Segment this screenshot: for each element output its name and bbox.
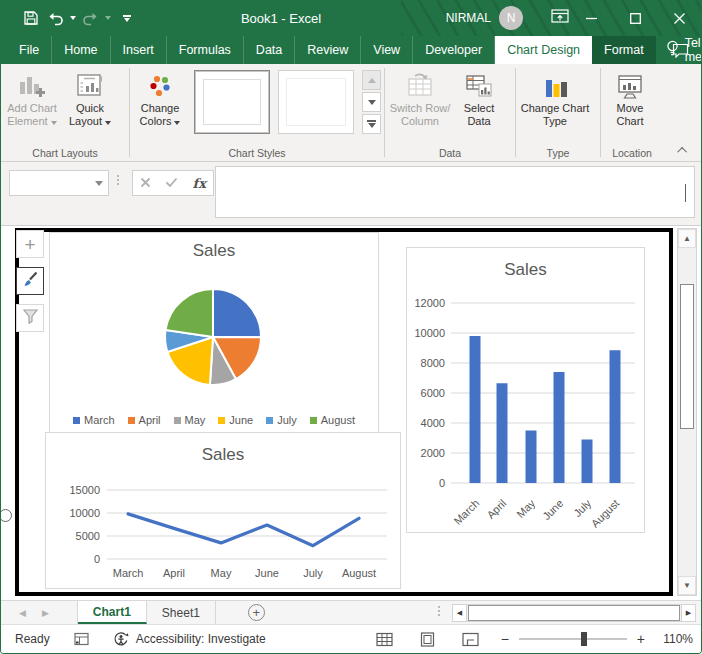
legend-item-june[interactable]: June (218, 414, 253, 426)
chart-styles-button[interactable] (16, 267, 44, 295)
tab-view[interactable]: View (361, 36, 413, 64)
maximize-button[interactable] (613, 0, 657, 36)
close-button[interactable] (657, 0, 701, 36)
tab-file[interactable]: File (7, 36, 52, 64)
avatar[interactable]: N (499, 6, 523, 30)
tab-data[interactable]: Data (244, 36, 295, 64)
collapse-ribbon-button[interactable] (675, 143, 691, 157)
change-chart-type-icon (542, 70, 568, 102)
scroll-right-button[interactable]: ▶ (681, 605, 695, 621)
accessibility-icon[interactable] (113, 632, 129, 647)
vertical-scrollbar[interactable]: ▲ ▼ (677, 228, 697, 596)
change-chart-type-button[interactable]: Change Chart Type (518, 67, 592, 128)
sales-line-series[interactable] (128, 514, 359, 546)
pie-plot[interactable] (50, 233, 378, 432)
legend-item-march[interactable]: March (73, 414, 115, 426)
zoom-in-button[interactable]: + (637, 631, 645, 647)
y-tick-label: 0 (94, 553, 100, 565)
sheet-tab-sheet1[interactable]: Sheet1 (147, 601, 216, 624)
sheet-navigation: ◀ ▶ (19, 601, 49, 624)
bar-august[interactable] (610, 350, 621, 483)
change-colors-button[interactable]: Change Colors (132, 67, 188, 128)
normal-view-icon[interactable] (376, 632, 393, 647)
name-box[interactable] (9, 170, 109, 196)
y-tick-label: 6000 (421, 387, 445, 399)
x-tick-label: August (589, 497, 622, 530)
save-icon[interactable] (21, 8, 41, 28)
insert-function-icon[interactable]: fx (193, 176, 206, 191)
chart-style-thumbnail-2[interactable] (278, 70, 354, 134)
bar-july[interactable] (582, 440, 593, 484)
pie-chart-title[interactable]: Sales (50, 241, 378, 261)
horizontal-scrollbar-thumb[interactable] (468, 605, 680, 621)
pie-slice-march[interactable] (213, 289, 261, 337)
bar-plot[interactable]: 020004000600080001000012000MarchAprilMay… (407, 248, 644, 532)
bar-may[interactable] (526, 431, 537, 484)
bar-chart[interactable]: Sales 020004000600080001000012000MarchAp… (406, 247, 645, 533)
gallery-more-button[interactable] (362, 114, 381, 134)
page-layout-view-icon[interactable] (419, 632, 436, 647)
legend-swatch (73, 417, 80, 424)
formula-bar-collapse-button[interactable] (685, 185, 686, 203)
name-box-dropdown[interactable] (90, 171, 108, 195)
chart-filters-button[interactable] (16, 304, 44, 332)
tab-formulas[interactable]: Formulas (167, 36, 244, 64)
minimize-button[interactable] (569, 0, 613, 36)
formula-input[interactable] (215, 166, 695, 218)
scroll-up-button[interactable]: ▲ (678, 229, 696, 248)
enter-icon (165, 174, 178, 192)
undo-dropdown-chevron[interactable] (70, 16, 76, 20)
line-chart[interactable]: Sales 050001000015000MarchAprilMayJuneJu… (45, 432, 401, 589)
bar-june[interactable] (554, 372, 565, 483)
legend-item-may[interactable]: May (174, 414, 206, 426)
scroll-left-button[interactable]: ◀ (453, 605, 467, 621)
legend-item-august[interactable]: August (310, 414, 355, 426)
select-data-button[interactable]: Select Data (453, 67, 505, 128)
zoom-slider[interactable] (519, 638, 627, 640)
resize-handle[interactable] (0, 509, 12, 522)
tab-insert[interactable]: Insert (111, 36, 167, 64)
tab-developer[interactable]: Developer (413, 36, 495, 64)
tab-format[interactable]: Format (592, 36, 656, 64)
horizontal-scrollbar[interactable]: ◀ ▶ (452, 604, 696, 622)
y-tick-label: 4000 (421, 417, 445, 429)
name-box-input[interactable] (10, 171, 90, 195)
zoom-slider-thumb[interactable] (581, 632, 587, 646)
quick-layout-button[interactable]: Quick Layout (61, 67, 119, 128)
bar-april[interactable] (497, 383, 508, 483)
chart-style-thumbnail-1[interactable] (194, 70, 270, 134)
zoom-level[interactable]: 110% (657, 632, 693, 646)
y-tick-label: 5000 (76, 530, 100, 542)
scroll-down-button[interactable]: ▼ (678, 576, 696, 595)
sheet-tab-chart1[interactable]: Chart1 (78, 601, 147, 624)
customize-qat-icon[interactable] (123, 15, 131, 22)
account[interactable]: NIRMAL N (446, 6, 523, 30)
page-break-preview-icon[interactable] (462, 632, 479, 647)
tab-home[interactable]: Home (52, 36, 110, 64)
bar-march[interactable] (470, 336, 481, 483)
pie-chart[interactable]: Sales MarchAprilMayJuneJulyAugust (49, 232, 379, 433)
new-sheet-button[interactable]: + (248, 604, 265, 621)
formula-bar: fx (1, 162, 701, 226)
legend-item-april[interactable]: April (128, 414, 161, 426)
status-ready: Ready (15, 632, 50, 646)
accessibility-status[interactable]: Accessibility: Investigate (136, 632, 266, 646)
gallery-scroll-down-button[interactable] (362, 92, 381, 112)
pie-slice-august[interactable] (166, 289, 213, 337)
pie-legend[interactable]: MarchAprilMayJuneJulyAugust (50, 414, 378, 426)
line-chart-title[interactable]: Sales (46, 445, 400, 465)
ribbon-display-options-icon[interactable] (551, 8, 569, 28)
undo-icon[interactable] (45, 9, 66, 28)
tab-chart-design[interactable]: Chart Design (495, 36, 592, 64)
bar-chart-title[interactable]: Sales (407, 260, 644, 280)
move-chart-button[interactable]: Move Chart (603, 67, 657, 128)
y-tick-label: 15000 (69, 484, 100, 496)
vertical-scrollbar-thumb[interactable] (680, 284, 694, 429)
chart-elements-button[interactable]: + (16, 230, 44, 258)
macro-record-icon[interactable] (74, 632, 89, 646)
legend-item-july[interactable]: July (266, 414, 297, 426)
plus-icon: + (24, 235, 35, 254)
comments-icon[interactable] (672, 36, 689, 64)
zoom-out-button[interactable]: − (501, 631, 509, 647)
tab-review[interactable]: Review (295, 36, 361, 64)
